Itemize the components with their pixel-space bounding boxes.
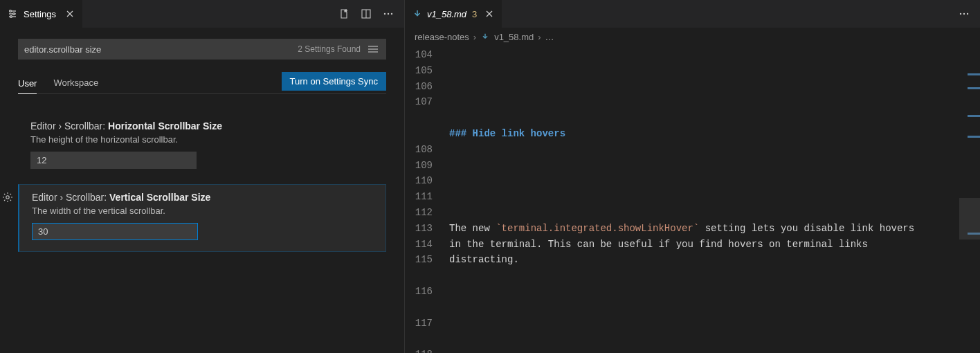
line-number: 117 [405, 316, 445, 332]
line-number [405, 331, 445, 347]
svg-point-23 [967, 13, 968, 15]
settings-results-count: 2 Settings Found [298, 44, 361, 54]
svg-point-12 [384, 13, 385, 15]
editor-pane: v1_58.md 3 release-notes › v1_58.md › … … [405, 0, 980, 353]
settings-pane: Settings 2 Settin [0, 0, 405, 353]
right-tab-bar: v1_58.md 3 [405, 0, 980, 28]
code-line [445, 79, 932, 95]
code-content[interactable]: ### Hide link hovers The new `terminal.i… [445, 46, 959, 353]
line-number: 104 [405, 47, 445, 63]
line-number: 112 [405, 205, 445, 221]
setting-description: The width of the vertical scrollbar. [32, 206, 373, 216]
svg-point-18 [6, 196, 9, 199]
settings-body: 2 Settings Found User Workspace Turn on … [0, 28, 404, 353]
minimap[interactable] [959, 46, 980, 353]
settings-sync-button[interactable]: Turn on Settings Sync [282, 72, 386, 91]
settings-search-input[interactable] [24, 44, 298, 55]
more-icon[interactable] [958, 8, 970, 20]
setting-title: Editor › Scrollbar: Vertical Scrollbar S… [32, 192, 373, 203]
settings-scope-tabs: User Workspace Turn on Settings Sync [18, 71, 386, 94]
tab-file[interactable]: v1_58.md 3 [405, 0, 502, 28]
tab-settings[interactable]: Settings [0, 0, 82, 28]
code-line: The new `terminal.integrated.showLinkHov… [445, 221, 932, 268]
svg-point-13 [388, 13, 389, 15]
left-tab-actions [338, 8, 404, 20]
close-icon[interactable] [484, 8, 495, 19]
scope-user-tab[interactable]: User [18, 78, 37, 94]
setting-value-input[interactable] [32, 223, 198, 240]
breadcrumb-more[interactable]: … [545, 32, 554, 42]
minimap-viewport[interactable] [959, 198, 980, 239]
line-number: 110 [405, 173, 445, 189]
setting-title: Editor › Scrollbar: Horizontal Scrollbar… [30, 120, 374, 132]
filter-icon[interactable] [366, 42, 380, 56]
breadcrumb-file[interactable]: v1_58.md [494, 32, 534, 42]
right-tab-actions [958, 8, 980, 20]
settings-list: Editor › Scrollbar: Horizontal Scrollbar… [18, 114, 386, 252]
tab-settings-label: Settings [24, 9, 56, 19]
scope-workspace-tab[interactable]: Workspace [53, 78, 98, 93]
chevron-right-icon: › [473, 32, 476, 42]
tab-file-label: v1_58.md [427, 9, 466, 19]
left-tab-bar: Settings [0, 0, 404, 28]
setting-input-wrap [30, 152, 197, 169]
gear-icon[interactable] [1, 191, 14, 203]
svg-point-21 [960, 13, 961, 15]
line-number [405, 110, 445, 126]
close-icon[interactable] [64, 8, 75, 19]
more-icon[interactable] [382, 8, 394, 20]
setting-description: The height of the horizontal scrollbar. [30, 134, 374, 145]
line-number [405, 268, 445, 284]
setting-value-input[interactable] [30, 152, 197, 169]
code-line: ### Hide link hovers [445, 126, 932, 142]
line-number [405, 300, 445, 316]
line-number: 111 [405, 189, 445, 205]
line-number: 105 [405, 63, 445, 79]
tab-git-count: 3 [472, 9, 477, 19]
line-number-gutter: 1041051061071081091101111121131141151161… [405, 46, 445, 353]
new-file-icon[interactable] [338, 8, 350, 20]
svg-point-5 [10, 16, 12, 18]
line-number: 109 [405, 158, 445, 174]
svg-point-4 [13, 13, 15, 15]
svg-point-14 [391, 13, 392, 15]
line-number: 108 [405, 142, 445, 158]
arrow-down-icon [412, 8, 423, 19]
setting-horizontal-scrollbar-size: Editor › Scrollbar: Horizontal Scrollbar… [18, 114, 386, 180]
setting-input-wrap [32, 223, 198, 240]
svg-point-3 [10, 10, 12, 12]
breadcrumb-folder[interactable]: release-notes [415, 32, 469, 42]
line-number [405, 126, 445, 142]
line-number: 106 [405, 79, 445, 95]
code-line [445, 173, 932, 189]
line-number: 114 [405, 237, 445, 253]
line-number: 115 [405, 252, 445, 268]
chevron-right-icon: › [538, 32, 541, 42]
svg-point-22 [963, 13, 965, 15]
line-number: 107 [405, 94, 445, 110]
line-number: 118 [405, 347, 445, 353]
setting-vertical-scrollbar-size: Editor › Scrollbar: Vertical Scrollbar S… [18, 184, 386, 252]
line-number: 116 [405, 284, 445, 300]
line-number: 113 [405, 221, 445, 237]
breadcrumb[interactable]: release-notes › v1_58.md › … [405, 28, 980, 46]
settings-search[interactable]: 2 Settings Found [18, 39, 386, 60]
split-editor-icon[interactable] [360, 8, 372, 20]
arrow-down-icon [480, 32, 490, 42]
settings-list-icon [7, 8, 18, 19]
editor-area[interactable]: 1041051061071081091101111121131141151161… [405, 46, 980, 353]
